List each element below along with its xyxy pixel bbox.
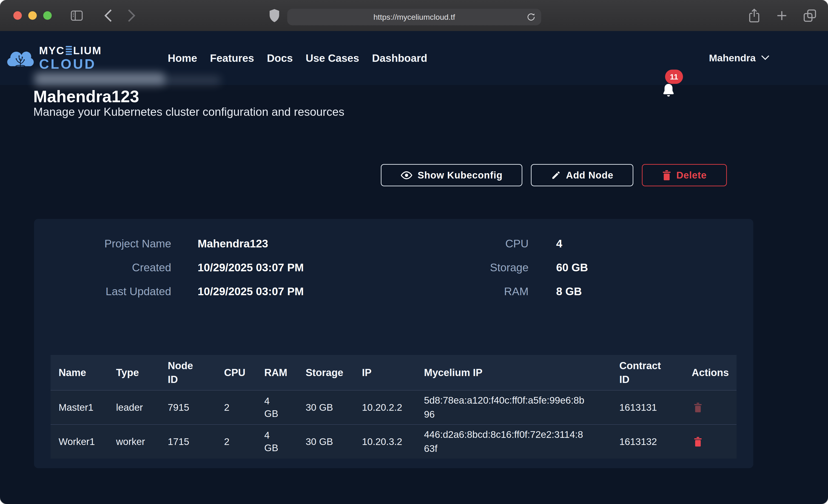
close-window-button[interactable] [13, 11, 22, 20]
ram-value: 8 GB [556, 285, 582, 298]
node-name: Master1 [50, 402, 108, 413]
node-mycelium-ip: 446:d2a6:8bcd:8c16:ff0f:72e2:3114:863f [416, 428, 611, 456]
node-contract-id: 1613131 [611, 402, 684, 413]
add-node-label: Add Node [566, 170, 613, 181]
reload-icon[interactable] [526, 12, 536, 22]
col-actions: Actions [684, 366, 737, 379]
col-ip: IP [354, 366, 416, 379]
cpu-label: CPU [414, 237, 529, 250]
eye-icon [401, 170, 413, 180]
page-title: Mahendra123 [33, 88, 139, 105]
created-value: 10/29/2025 03:07 PM [198, 261, 304, 274]
project-name-label: Project Name [56, 237, 171, 250]
nav-item-docs[interactable]: Docs [267, 52, 293, 64]
nav-item-features[interactable]: Features [210, 52, 254, 64]
forward-button-icon[interactable] [126, 8, 137, 23]
user-name: Mahendra [709, 52, 756, 64]
col-name: Name [50, 366, 108, 379]
notification-count-badge: 11 [665, 70, 683, 84]
col-node-id: Node ID [160, 359, 216, 386]
nav-item-dashboard[interactable]: Dashboard [372, 52, 427, 64]
browser-toolbar: https://myceliumcloud.tf [0, 0, 828, 32]
storage-label: Storage [414, 261, 529, 274]
delete-label: Delete [676, 170, 707, 181]
node-storage: 30 GB [298, 436, 354, 447]
brand-word-cloud: CLOUD [39, 57, 102, 71]
node-ip: 10.20.3.2 [354, 436, 416, 447]
browser-window: https://myceliumcloud.tf [0, 0, 828, 504]
nav-item-home[interactable]: Home [168, 52, 197, 64]
nodes-table: Name Type Node ID CPU RAM Storage IP Myc… [50, 355, 737, 459]
chevron-down-icon [761, 55, 770, 61]
minimize-window-button[interactable] [28, 11, 37, 20]
add-node-button[interactable]: Add Node [531, 164, 633, 186]
back-button-icon[interactable] [103, 8, 114, 23]
node-ram: 4 GB [256, 429, 298, 454]
nav-item-use-cases[interactable]: Use Cases [306, 52, 359, 64]
node-id: 7915 [160, 402, 216, 413]
url-text: https://myceliumcloud.tf [373, 13, 455, 22]
col-contract-id: Contract ID [611, 359, 684, 386]
user-menu[interactable]: Mahendra [709, 31, 770, 85]
cluster-details-card: Project Name Mahendra123 Created 10/29/2… [34, 219, 753, 468]
node-storage: 30 GB [298, 402, 354, 413]
page-subtitle: Manage your Kubernetes cluster configura… [33, 105, 344, 119]
cpu-value: 4 [556, 237, 562, 250]
window-controls [13, 11, 52, 20]
delete-node-button-worker1[interactable] [694, 437, 702, 447]
mycelium-cloud-logo-icon [6, 48, 36, 68]
storage-value: 60 GB [556, 261, 588, 274]
notifications-bell-icon[interactable] [661, 82, 676, 100]
node-mycelium-ip: 5d8:78ea:a120:f40c:ff0f:a5fe:99e6:8b96 [416, 393, 611, 422]
tab-overview-icon[interactable] [803, 8, 817, 23]
brand-wordmark: MYC LIUM CLOUD [39, 45, 102, 71]
col-mycelium-ip: Mycelium IP [416, 366, 611, 379]
node-id: 1715 [160, 436, 216, 447]
node-cpu: 2 [216, 402, 256, 413]
trash-icon [662, 170, 671, 180]
address-bar[interactable]: https://myceliumcloud.tf [287, 9, 541, 25]
privacy-shield-icon[interactable] [268, 8, 280, 23]
col-ram: RAM [256, 366, 298, 379]
delete-node-button-master1[interactable] [694, 403, 702, 413]
col-type: Type [108, 366, 160, 379]
ram-label: RAM [414, 285, 529, 298]
col-storage: Storage [298, 366, 354, 379]
node-cpu: 2 [216, 436, 256, 447]
node-type: worker [108, 436, 160, 447]
node-name: Worker1 [50, 436, 108, 447]
show-kubeconfig-label: Show Kubeconfig [418, 170, 503, 181]
share-icon[interactable] [748, 8, 761, 23]
nodes-table-header: Name Type Node ID CPU RAM Storage IP Myc… [50, 355, 737, 390]
node-ip: 10.20.2.2 [354, 402, 416, 413]
show-kubeconfig-button[interactable]: Show Kubeconfig [381, 164, 522, 186]
last-updated-label: Last Updated [56, 285, 171, 298]
col-cpu: CPU [216, 366, 256, 379]
cluster-actions: Show Kubeconfig Add Node Delete [381, 164, 727, 186]
zoom-window-button[interactable] [43, 11, 52, 20]
last-updated-value: 10/29/2025 03:07 PM [198, 285, 304, 298]
node-ram: 4 GB [256, 395, 298, 420]
brand-word-mycelium: MYC LIUM [39, 45, 102, 56]
project-name-value: Mahendra123 [198, 237, 268, 250]
sidebar-toggle-icon[interactable] [70, 10, 83, 22]
node-row-master1: Master1 leader 7915 2 4 GB 30 GB 10.20.2… [50, 390, 737, 424]
blurred-title-remnant-faint [161, 76, 221, 85]
toolbar-right-icons [748, 0, 817, 31]
stylized-e-icon [66, 46, 72, 55]
created-label: Created [56, 261, 171, 274]
delete-cluster-button[interactable]: Delete [642, 164, 727, 186]
node-contract-id: 1613132 [611, 436, 684, 447]
blurred-title-remnant [35, 73, 164, 85]
node-type: leader [108, 402, 160, 413]
node-row-worker1: Worker1 worker 1715 2 4 GB 30 GB 10.20.3… [50, 424, 737, 459]
pencil-icon [551, 170, 561, 180]
new-tab-icon[interactable] [775, 9, 788, 22]
